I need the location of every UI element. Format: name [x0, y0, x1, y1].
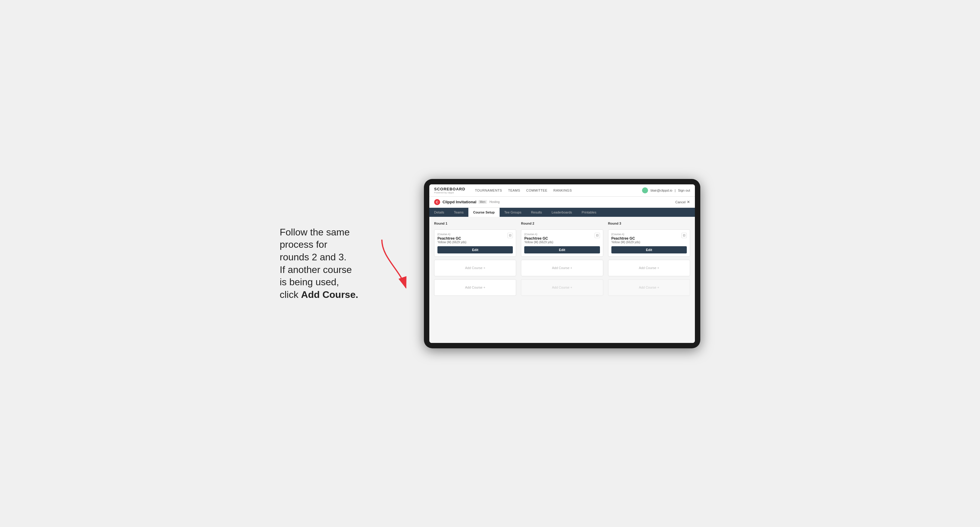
rounds-grid: Round 1 (Course A) Peachtree GC Yellow (… — [434, 222, 690, 296]
r2-edit-button[interactable]: Edit — [524, 246, 600, 254]
round-1-add-course-1[interactable]: Add Course + — [434, 260, 516, 276]
sign-out-link[interactable]: Sign out — [678, 189, 690, 192]
hosting-label: Hosting — [489, 200, 500, 203]
tab-tee-groups[interactable]: Tee Groups — [500, 208, 527, 217]
r1-card-menu-btn[interactable]: ⊡ — [508, 233, 513, 238]
tablet-frame: SCOREBOARD Powered by clippd TOURNAMENTS… — [424, 179, 700, 348]
user-avatar — [642, 187, 648, 194]
nav-links: TOURNAMENTS TEAMS COMMITTEE RANKINGS — [475, 189, 635, 192]
tab-leaderboards[interactable]: Leaderboards — [547, 208, 577, 217]
r3-add-course-text-1: Add Course + — [639, 266, 659, 270]
nav-teams[interactable]: TEAMS — [508, 189, 520, 192]
r3-edit-button[interactable]: Edit — [611, 246, 687, 254]
annotation-arrow — [376, 219, 412, 309]
nav-rankings[interactable]: RANKINGS — [554, 189, 572, 192]
round-3-add-course-1[interactable]: Add Course + — [608, 260, 690, 276]
logo-title: SCOREBOARD — [434, 187, 465, 191]
tournament-name: Clippd Invitational — [442, 200, 476, 204]
tab-details[interactable]: Details — [429, 208, 449, 217]
r2-course-details: Yellow (M) (6629 yds) — [524, 241, 553, 244]
tablet-screen: SCOREBOARD Powered by clippd TOURNAMENTS… — [429, 184, 695, 343]
tab-teams[interactable]: Teams — [449, 208, 468, 217]
round-3-column: Round 3 (Course A) Peachtree GC Yellow (… — [608, 222, 690, 296]
tab-results[interactable]: Results — [526, 208, 547, 217]
r3-add-course-text-2: Add Course + — [639, 286, 659, 289]
r3-course-name: Peachtree GC — [611, 237, 640, 241]
r2-add-course-text-2: Add Course + — [552, 286, 572, 289]
logo-sub: Powered by clippd — [434, 191, 465, 194]
tab-printables[interactable]: Printables — [577, 208, 601, 217]
nav-separator: | — [675, 189, 676, 192]
sub-header-logo: C — [434, 199, 440, 205]
nav-tournaments[interactable]: TOURNAMENTS — [475, 189, 502, 192]
main-content: Round 1 (Course A) Peachtree GC Yellow (… — [429, 217, 695, 343]
annotation-text: Follow the same process for rounds 2 and… — [280, 226, 364, 301]
round-1-add-course-2[interactable]: Add Course + — [434, 279, 516, 296]
r2-card-menu-btn[interactable]: ⊡ — [595, 233, 600, 238]
r3-course-label: (Course A) — [611, 233, 640, 236]
tournament-badge: Men — [478, 200, 487, 204]
round-2-course-a-card: (Course A) Peachtree GC Yellow (M) (6629… — [521, 229, 603, 257]
r3-course-details: Yellow (M) (6629 yds) — [611, 241, 640, 244]
r3-card-menu-btn[interactable]: ⊡ — [681, 233, 687, 238]
cancel-x[interactable]: ✕ — [687, 200, 690, 204]
r1-add-course-text-1: Add Course + — [465, 266, 485, 270]
round-3-course-a-card: (Course A) Peachtree GC Yellow (M) (6629… — [608, 229, 690, 257]
round-2-title: Round 2 — [521, 222, 603, 225]
tab-course-setup[interactable]: Course Setup — [468, 208, 500, 217]
round-2-add-course-2: Add Course + — [521, 279, 603, 296]
user-email: blair@clippd.io — [651, 189, 672, 192]
round-1-course-a-card: (Course A) Peachtree GC Yellow (M) (6629… — [434, 229, 516, 257]
r1-course-details: Yellow (M) (6629 yds) — [438, 241, 466, 244]
nav-right: blair@clippd.io | Sign out — [642, 187, 690, 194]
round-2-add-course-1[interactable]: Add Course + — [521, 260, 603, 276]
r1-edit-button[interactable]: Edit — [438, 246, 513, 254]
tabs-bar: Details Teams Course Setup Tee Groups Re… — [429, 208, 695, 217]
nav-committee[interactable]: COMMITTEE — [527, 189, 548, 192]
r2-course-label: (Course A) — [524, 233, 553, 236]
round-3-add-course-2: Add Course + — [608, 279, 690, 296]
round-1-column: Round 1 (Course A) Peachtree GC Yellow (… — [434, 222, 516, 296]
r2-course-name: Peachtree GC — [524, 237, 553, 241]
round-2-column: Round 2 (Course A) Peachtree GC Yellow (… — [521, 222, 603, 296]
r2-add-course-text-1: Add Course + — [552, 266, 572, 270]
logo-area: SCOREBOARD Powered by clippd — [434, 187, 465, 194]
top-nav: SCOREBOARD Powered by clippd TOURNAMENTS… — [429, 184, 695, 197]
round-3-title: Round 3 — [608, 222, 690, 225]
cancel-button[interactable]: Cancel — [675, 200, 686, 204]
r1-course-name: Peachtree GC — [438, 237, 466, 241]
sub-header: C Clippd Invitational Men Hosting Cancel… — [429, 197, 695, 208]
r1-add-course-text-2: Add Course + — [465, 286, 485, 289]
round-1-title: Round 1 — [434, 222, 516, 225]
cancel-area: Cancel ✕ — [675, 200, 690, 204]
r1-course-label: (Course A) — [438, 233, 466, 236]
